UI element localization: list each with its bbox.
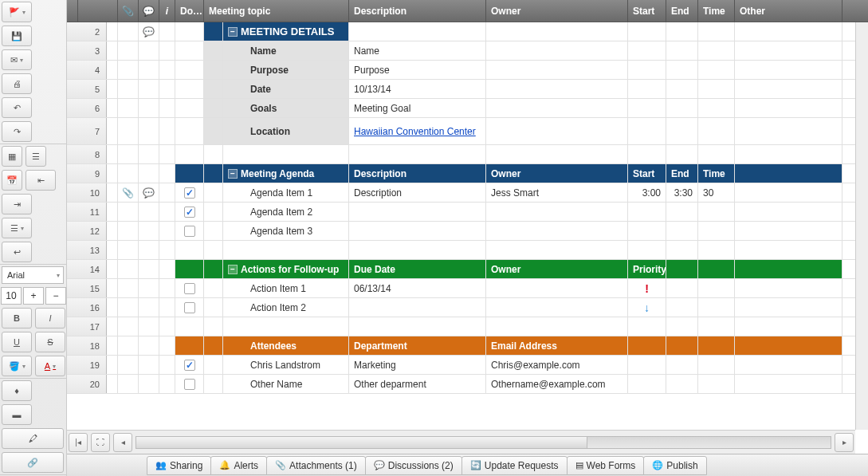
action-item[interactable]: Action Item 2 <box>223 298 349 317</box>
topic-column-header[interactable]: Meeting topic <box>204 0 349 22</box>
table-row[interactable]: 2 💬 −MEETING DETAILS <box>67 22 855 41</box>
redo-button[interactable]: ↷ <box>2 121 32 142</box>
row-select-header[interactable] <box>67 0 78 22</box>
owner-column-header[interactable]: Owner <box>486 0 628 22</box>
time-column-header[interactable]: Time <box>698 0 735 22</box>
agenda-start[interactable]: 3:00 <box>628 183 666 202</box>
detail-label[interactable]: Location <box>223 118 349 144</box>
row-number[interactable]: 12 <box>67 222 107 240</box>
section-header-attendees[interactable]: Attendees <box>223 336 349 355</box>
tab-web-forms[interactable]: ▤Web Forms <box>567 456 645 475</box>
row-number[interactable]: 6 <box>67 99 107 117</box>
calendar-view-button[interactable]: 📅 <box>2 170 22 191</box>
font-size-increase[interactable]: + <box>23 287 44 305</box>
fullscreen-button[interactable]: ⛶ <box>91 433 110 452</box>
font-family-select[interactable]: Arial <box>2 266 64 284</box>
wrap-button[interactable]: ↩ <box>2 242 32 262</box>
font-size-decrease[interactable]: − <box>45 287 66 305</box>
action-item[interactable]: Action Item 1 <box>223 279 349 297</box>
attachment-icon[interactable]: 📎 <box>118 183 139 202</box>
description-column-header[interactable]: Description <box>349 0 486 22</box>
checkbox[interactable]: ✓ <box>184 360 195 371</box>
table-row[interactable]: 20 Other Name Other deparment Othername@… <box>67 375 855 394</box>
row-number[interactable]: 19 <box>67 356 107 374</box>
attendee-dept[interactable]: Other deparment <box>349 375 486 393</box>
detail-label[interactable]: Date <box>223 80 349 98</box>
row-number[interactable]: 13 <box>67 241 107 259</box>
agenda-desc[interactable]: Description <box>349 183 486 202</box>
checkbox[interactable]: ✓ <box>184 207 195 218</box>
row-number[interactable]: 17 <box>67 317 107 336</box>
mail-menu[interactable]: ✉ <box>2 49 32 70</box>
section-header-details[interactable]: −MEETING DETAILS <box>223 22 349 41</box>
row-number[interactable]: 3 <box>67 41 107 60</box>
table-row[interactable]: 9 −Meeting Agenda Description Owner Star… <box>67 164 855 183</box>
info-column-header[interactable]: i <box>159 0 175 22</box>
table-row[interactable]: 10 📎 💬 ✓ Agenda Item 1 Description Jess … <box>67 183 855 203</box>
conditional-format-button[interactable]: ♦ <box>2 380 32 401</box>
print-button[interactable]: 🖨 <box>2 73 32 94</box>
detail-value[interactable]: Meeting Goal <box>349 99 486 117</box>
row-number[interactable]: 7 <box>67 118 107 144</box>
comment-icon[interactable]: 💬 <box>139 22 159 41</box>
attendee-email[interactable]: Chris@example.com <box>486 356 628 374</box>
collapse-icon[interactable]: − <box>228 27 238 37</box>
detail-label[interactable]: Name <box>223 41 349 60</box>
link-button[interactable]: 🔗 <box>2 452 64 473</box>
end-column-header[interactable]: End <box>666 0 698 22</box>
goto-start-button[interactable]: |◂ <box>69 433 88 452</box>
tab-discussions[interactable]: 💬Discussions (2) <box>365 456 462 475</box>
indent-in-button[interactable]: ⇥ <box>2 194 32 214</box>
agenda-item[interactable]: Agenda Item 2 <box>223 203 349 221</box>
fill-color-menu[interactable]: 🪣 <box>2 356 32 376</box>
comment-icon[interactable]: 💬 <box>139 183 159 202</box>
agenda-item[interactable]: Agenda Item 1 <box>223 183 349 202</box>
text-color-menu[interactable]: A <box>35 356 65 376</box>
table-row[interactable]: 13 <box>67 241 855 260</box>
table-row[interactable]: 11 ✓ Agenda Item 2 <box>67 203 855 222</box>
save-button[interactable]: 💾 <box>2 26 32 46</box>
scroll-thumb[interactable] <box>136 437 587 448</box>
row-number[interactable]: 14 <box>67 260 107 278</box>
action-due[interactable]: 06/13/14 <box>349 279 486 297</box>
tab-publish[interactable]: 🌐Publish <box>643 456 706 475</box>
highlight-rows-button[interactable]: ▬ <box>2 404 32 425</box>
table-row[interactable]: 18 Attendees Department Email Address <box>67 336 855 356</box>
checkbox[interactable]: ✓ <box>184 187 195 199</box>
row-number[interactable]: 11 <box>67 203 107 221</box>
attendee-name[interactable]: Chris Landstrom <box>223 356 349 374</box>
location-link[interactable]: Hawaiian Convention Center <box>349 118 486 144</box>
collapse-icon[interactable]: − <box>228 265 238 274</box>
priority-low-icon[interactable]: ↓ <box>628 298 666 317</box>
checkbox[interactable] <box>184 379 195 390</box>
underline-button[interactable]: U <box>2 332 32 352</box>
checkbox[interactable] <box>184 302 195 313</box>
row-number[interactable]: 16 <box>67 298 107 317</box>
done-column-header[interactable]: Do… <box>175 0 204 22</box>
italic-button[interactable]: I <box>35 308 65 328</box>
undo-button[interactable]: ↶ <box>2 97 32 118</box>
attendee-email[interactable]: Othername@example.com <box>486 375 628 393</box>
detail-value[interactable]: Purpose <box>349 61 486 79</box>
row-number[interactable]: 4 <box>67 61 107 79</box>
start-column-header[interactable]: Start <box>628 0 666 22</box>
flag-menu[interactable]: 🚩 <box>2 2 32 22</box>
rownum-header[interactable] <box>78 0 118 22</box>
attendee-dept[interactable]: Marketing <box>349 356 486 374</box>
agenda-end[interactable]: 3:30 <box>666 183 698 202</box>
table-row[interactable]: 5 Date 10/13/14 <box>67 80 855 99</box>
table-row[interactable]: 8 <box>67 145 855 164</box>
section-header-agenda[interactable]: −Meeting Agenda <box>223 164 349 183</box>
attendee-name[interactable]: Other Name <box>223 375 349 393</box>
checkbox[interactable] <box>184 226 195 237</box>
indent-out-button[interactable]: ⇤ <box>26 170 56 191</box>
table-row[interactable]: 14 −Actions for Follow-up Due Date Owner… <box>67 260 855 279</box>
table-row[interactable]: 16 Action Item 2 ↓ <box>67 298 855 317</box>
row-number[interactable]: 20 <box>67 375 107 393</box>
checkbox[interactable] <box>184 283 195 294</box>
tab-alerts[interactable]: 🔔Alerts <box>210 456 267 475</box>
attachment-column-header[interactable]: 📎 <box>118 0 139 22</box>
tab-attachments[interactable]: 📎Attachments (1) <box>266 456 366 475</box>
detail-label[interactable]: Purpose <box>223 61 349 79</box>
table-row[interactable]: 15 Action Item 1 06/13/14 ! <box>67 279 855 298</box>
